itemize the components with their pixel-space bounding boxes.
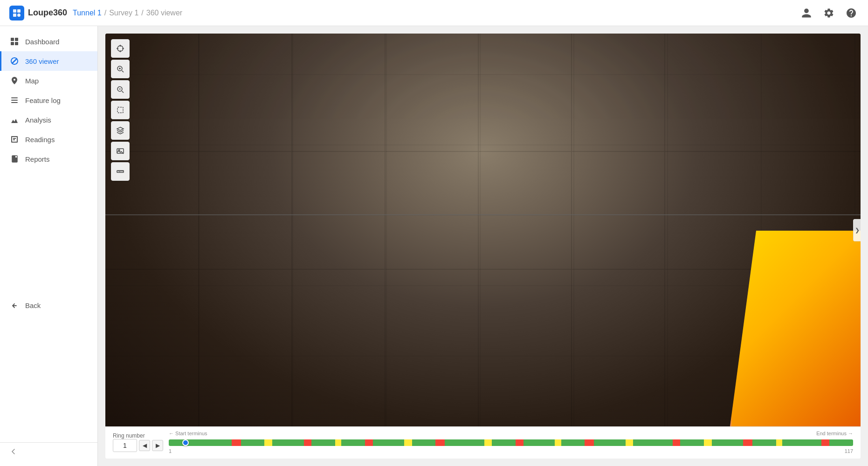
app-logo[interactable]: Loupe360	[9, 6, 67, 21]
ring-number-input[interactable]	[113, 439, 137, 452]
sidebar-label-readings: Readings	[25, 136, 55, 144]
svg-rect-4	[11, 38, 14, 41]
breadcrumb-sep2: /	[141, 9, 143, 17]
app-header: Loupe360 Tunnel 1 / Survey 1 / 360 viewe…	[0, 0, 868, 26]
help-icon[interactable]	[844, 6, 859, 21]
svg-line-32	[122, 91, 124, 93]
sidebar-item-analysis[interactable]: Analysis	[0, 110, 97, 130]
crosshair-button[interactable]	[111, 39, 130, 58]
sidebar-item-featurelog[interactable]: Feature log	[0, 90, 97, 110]
sidebar-label-featurelog: Feature log	[25, 96, 61, 104]
sidebar-item-reports[interactable]: Reports	[0, 149, 97, 169]
reports-icon	[9, 154, 20, 164]
account-icon[interactable]	[799, 6, 814, 21]
viewer-image[interactable]	[105, 34, 861, 426]
back-icon	[9, 301, 20, 311]
svg-point-3	[17, 14, 21, 17]
sidebar-item-360viewer[interactable]: 360 viewer	[0, 51, 97, 71]
layers-button[interactable]	[111, 121, 130, 140]
svg-line-28	[122, 71, 124, 73]
header-right	[799, 6, 859, 21]
sidebar-label-reports: Reports	[25, 155, 50, 163]
sidebar-item-map[interactable]: Map	[0, 71, 97, 90]
ring-controls: Ring number ◀ ▶ ← Start terminus End ter…	[113, 431, 853, 454]
ring-number-label: Ring number	[113, 432, 163, 439]
sidebar-item-readings[interactable]: Readings	[0, 130, 97, 149]
grid-icon	[9, 36, 20, 47]
scrubber-min: 1	[169, 448, 172, 454]
scrubber-end-label: End terminus →	[816, 431, 853, 436]
sidebar-label-360viewer: 360 viewer	[25, 57, 59, 65]
sidebar-label-back: Back	[25, 302, 41, 309]
svg-rect-9	[11, 100, 18, 101]
scrubber-bar[interactable]	[169, 439, 853, 446]
sidebar-collapse-button[interactable]	[0, 442, 97, 460]
svg-rect-10	[11, 102, 18, 103]
breadcrumb-page: 360 viewer	[146, 9, 182, 17]
svg-rect-7	[15, 42, 18, 45]
scrubber-numbers: 1 117	[169, 448, 853, 454]
main-content: ❯ Ring number ◀ ▶	[98, 26, 868, 466]
scrubber-labels: ← Start terminus End terminus →	[169, 431, 853, 436]
ring-prev-button[interactable]: ◀	[139, 440, 150, 451]
image-button[interactable]	[111, 142, 130, 160]
svg-rect-0	[13, 9, 16, 13]
breadcrumb-survey: Survey 1	[109, 9, 138, 17]
scrubber-container: ← Start terminus End terminus → 1 117	[169, 431, 853, 454]
viewer-container[interactable]: ❯	[105, 34, 861, 426]
list-icon	[9, 95, 20, 105]
viewer-bottom-bar: Ring number ◀ ▶ ← Start terminus End ter…	[105, 426, 861, 459]
viewer-wrapper: ❯ Ring number ◀ ▶	[105, 34, 861, 459]
svg-rect-2	[13, 14, 16, 17]
ring-input-group: ◀ ▶	[113, 439, 163, 452]
sidebar-label-analysis: Analysis	[25, 116, 51, 124]
svg-rect-8	[11, 97, 18, 98]
breadcrumb-tunnel[interactable]: Tunnel 1	[73, 9, 102, 17]
viewer-toolbar	[111, 39, 130, 181]
zoom-in-button[interactable]	[111, 60, 130, 78]
main-layout: Dashboard 360 viewer Map	[0, 26, 868, 466]
measure-button[interactable]	[111, 162, 130, 181]
tunnel-rail-line	[105, 214, 861, 215]
scrubber-track[interactable]	[169, 438, 853, 447]
analysis-icon	[9, 115, 20, 125]
map-icon	[9, 75, 20, 86]
breadcrumb-sep1: /	[104, 9, 106, 17]
select-button[interactable]	[111, 101, 130, 119]
svg-rect-6	[11, 42, 14, 45]
svg-rect-5	[15, 38, 18, 41]
scrubber-start-label: ← Start terminus	[169, 431, 207, 436]
scrubber-thumb[interactable]	[182, 439, 189, 446]
sidebar-label-map: Map	[25, 77, 39, 85]
sidebar-item-dashboard[interactable]: Dashboard	[0, 32, 97, 51]
sidebar: Dashboard 360 viewer Map	[0, 26, 98, 466]
app-name: Loupe360	[28, 8, 67, 18]
zoom-out-button[interactable]	[111, 80, 130, 99]
ring-number-group: Ring number ◀ ▶	[113, 432, 163, 452]
sidebar-label-dashboard: Dashboard	[25, 38, 59, 46]
settings-icon[interactable]	[821, 6, 836, 21]
svg-rect-1	[17, 9, 21, 13]
header-left: Loupe360 Tunnel 1 / Survey 1 / 360 viewe…	[9, 6, 182, 21]
logo-icon	[9, 6, 24, 21]
360-icon	[9, 56, 20, 66]
readings-icon	[9, 134, 20, 144]
collapse-right-button[interactable]: ❯	[853, 219, 861, 241]
svg-rect-34	[117, 107, 123, 113]
tunnel-background	[105, 34, 861, 426]
ring-next-button[interactable]: ▶	[152, 440, 163, 451]
scrubber-max: 117	[845, 448, 853, 454]
breadcrumb: Tunnel 1 / Survey 1 / 360 viewer	[73, 9, 182, 17]
sidebar-item-back[interactable]: Back	[0, 296, 97, 315]
